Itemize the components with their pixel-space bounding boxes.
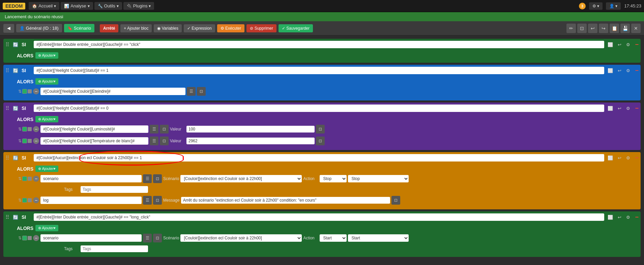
action-copy-btn-5-1[interactable]: ⊡: [153, 234, 162, 242]
ajouter-btn-4[interactable]: ⊕ Ajouter▾: [35, 166, 58, 172]
si-minus-3[interactable]: −: [635, 105, 639, 112]
arrete-button[interactable]: Arrêté: [100, 24, 118, 32]
variables-button[interactable]: ◉ Variables: [154, 24, 181, 32]
check-box-5-1[interactable]: [22, 236, 27, 240]
si-expand-4[interactable]: ⬜: [606, 155, 614, 161]
si-condition-input-5[interactable]: [34, 213, 604, 221]
action-minus-4-1[interactable]: −: [33, 176, 39, 182]
general-button[interactable]: 👤 Général (ID : 18): [16, 24, 62, 32]
refresh-icon-3[interactable]: 🔄: [11, 105, 20, 112]
handle-icon-5-1[interactable]: ⇅: [18, 236, 22, 240]
nav-accueil[interactable]: 🏠 Accueil ▾: [29, 2, 59, 10]
check-box-2-1[interactable]: [22, 89, 27, 94]
drag-handle-5[interactable]: ⠿: [5, 214, 9, 220]
check-box-4-2[interactable]: [22, 198, 27, 203]
action-minus-2-1[interactable]: −: [33, 88, 39, 94]
si-undo-1[interactable]: ↩: [616, 41, 623, 48]
si-settings-1[interactable]: ⚙: [625, 41, 632, 48]
tags-input-4-1[interactable]: [81, 186, 148, 193]
si-settings-5[interactable]: ⚙: [625, 214, 632, 220]
action-list-btn-2-1[interactable]: ☰: [187, 87, 196, 96]
action-list-btn-4-1[interactable]: ☰: [143, 174, 152, 183]
handle-icon-2-1[interactable]: ⇅: [18, 89, 22, 94]
supprimer-button[interactable]: ⊘ Supprimer: [246, 24, 276, 32]
scenario-select-4-1[interactable]: [Couloir][extinction ecl Couloir soir à …: [180, 175, 302, 182]
si-minus-1[interactable]: −: [635, 41, 639, 48]
value-copy-3-1[interactable]: ⊡: [316, 125, 325, 134]
small-sq-3-2[interactable]: [28, 139, 32, 143]
user-btn[interactable]: 👤 ▾: [606, 2, 621, 10]
drag-handle-1[interactable]: ⠿: [5, 41, 9, 48]
executer-button[interactable]: ⚙ Exécuter: [217, 24, 245, 32]
check-box-4-1[interactable]: [22, 176, 27, 181]
stop-select-4-1[interactable]: Stop: [348, 175, 409, 182]
handle-icon-3-1[interactable]: ⇅: [18, 127, 22, 131]
nav-analyse[interactable]: 📊 Analyse ▾: [61, 2, 93, 10]
value-copy-3-2[interactable]: ⊡: [316, 137, 325, 145]
drag-handle-4[interactable]: ⠿: [5, 155, 9, 161]
si-settings-2[interactable]: ⚙: [625, 67, 632, 74]
refresh-icon-4[interactable]: 🔄: [11, 155, 20, 161]
refresh-icon-2[interactable]: 🔄: [11, 67, 20, 74]
si-expand-5[interactable]: ⬜: [606, 214, 614, 220]
si-expand-2[interactable]: ⬜: [606, 67, 614, 74]
si-condition-input-4[interactable]: [34, 154, 604, 161]
save-icon-btn[interactable]: 💾: [620, 24, 630, 33]
action-name-input-3-1[interactable]: [40, 125, 148, 133]
action-name-input-4-1[interactable]: [40, 175, 142, 182]
action-minus-5-1[interactable]: −: [33, 235, 39, 241]
si-minus-5[interactable]: −: [635, 214, 639, 221]
value-input-3-2[interactable]: [186, 138, 315, 144]
ajouter-btn-2[interactable]: ⊕ Ajouter▾: [35, 78, 58, 85]
si-expand-1[interactable]: ⬜: [606, 41, 614, 48]
notification-badge[interactable]: 3: [579, 3, 586, 9]
si-undo-3[interactable]: ↩: [616, 105, 623, 112]
si-minus-4[interactable]: −: [635, 154, 639, 161]
action-copy-btn-4-1[interactable]: ⊡: [153, 174, 162, 183]
action-copy-btn-2-1[interactable]: ⊡: [197, 87, 206, 96]
ajouter-bloc-button[interactable]: + Ajouter bloc: [120, 24, 152, 32]
drag-handle-2[interactable]: ⠿: [5, 67, 9, 74]
si-undo-2[interactable]: ↩: [616, 67, 623, 74]
si-settings-4[interactable]: ⚙: [625, 155, 632, 161]
action-copy-btn-3-2[interactable]: ⊡: [160, 137, 169, 145]
action-select-4-1[interactable]: Stop Start: [320, 175, 347, 182]
ajouter-btn-1[interactable]: ⊕ Ajouter▾: [35, 52, 58, 59]
settings-btn[interactable]: ⚙ ▾: [589, 2, 603, 10]
action-name-input-4-2[interactable]: [40, 197, 142, 204]
check-box-3-1[interactable]: [22, 127, 27, 131]
action-list-btn-4-2[interactable]: ☰: [143, 196, 152, 205]
action-name-input-2-1[interactable]: [40, 88, 185, 95]
close-icon-btn[interactable]: ✕: [631, 24, 641, 33]
ajouter-btn-3[interactable]: ⊕ Ajouter▾: [35, 116, 58, 122]
message-copy-4-2[interactable]: ⊡: [391, 196, 400, 205]
small-sq-5-1[interactable]: [28, 236, 32, 240]
value-input-3-1[interactable]: [186, 126, 315, 132]
si-minus-2[interactable]: −: [635, 67, 639, 74]
redo-icon-btn[interactable]: ↪: [599, 24, 608, 33]
action-minus-3-2[interactable]: −: [33, 138, 39, 144]
handle-icon-4-1[interactable]: ⇅: [18, 176, 22, 181]
tags-input-5-1[interactable]: [81, 245, 148, 252]
message-input-4-2[interactable]: [181, 197, 390, 204]
si-settings-3[interactable]: ⚙: [625, 105, 632, 112]
refresh-icon-1[interactable]: 🔄: [11, 41, 20, 48]
undo-icon-btn[interactable]: ↩: [588, 24, 597, 33]
small-sq-2-1[interactable]: [28, 89, 32, 93]
handle-icon-3-2[interactable]: ⇅: [18, 139, 22, 143]
clipboard-icon-btn[interactable]: 📋: [610, 24, 619, 33]
action-copy-btn-4-2[interactable]: ⊡: [153, 196, 162, 205]
small-sq-3-1[interactable]: [28, 127, 32, 131]
back-button[interactable]: ◄: [3, 24, 14, 33]
scenario-select-5-1[interactable]: [Couloir][extinction ecl Couloir soir à …: [180, 234, 302, 242]
handle-icon-4-2[interactable]: ⇅: [18, 198, 22, 203]
edit-icon-btn[interactable]: ✏: [566, 24, 576, 33]
check-box-3-2[interactable]: [22, 139, 27, 143]
nav-plugins[interactable]: 🔌 Plugins ▾: [123, 2, 154, 10]
action-list-btn-5-1[interactable]: ☰: [143, 234, 152, 242]
small-sq-4-1[interactable]: [28, 177, 32, 181]
action-minus-3-1[interactable]: −: [33, 126, 39, 132]
sauvegarder-button[interactable]: ✓ Sauvegarder: [279, 24, 313, 32]
small-sq-4-2[interactable]: [28, 198, 32, 202]
action-minus-4-2[interactable]: −: [33, 197, 39, 203]
